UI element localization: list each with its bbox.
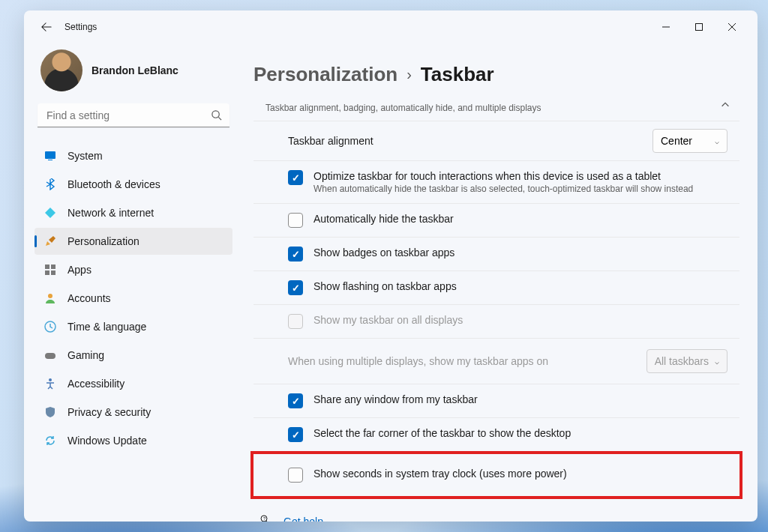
accessibility-icon: [44, 377, 57, 390]
close-icon: [728, 23, 736, 31]
sidebar-item-apps[interactable]: Apps: [34, 256, 232, 283]
check-icon: ✓: [292, 172, 300, 184]
gaming-icon: [44, 348, 57, 362]
nav-label: Accessibility: [68, 378, 124, 390]
optimize-touch-checkbox[interactable]: ✓: [288, 170, 303, 185]
svg-text:?: ?: [263, 516, 266, 521]
check-icon: ✓: [292, 396, 300, 407]
flashing-row: ✓ Show flashing on taskbar apps: [254, 270, 740, 304]
maximize-button[interactable]: [682, 16, 716, 38]
breadcrumb-current: Taskbar: [421, 63, 494, 86]
window-title: Settings: [64, 22, 97, 32]
svg-rect-9: [51, 270, 56, 275]
setting-label: When using multiple displays, show my ta…: [288, 355, 548, 367]
setting-label: Show flashing on taskbar apps: [314, 280, 457, 292]
highlight-annotation: Show seconds in system tray clock (uses …: [250, 451, 742, 499]
sidebar-item-update[interactable]: Windows Update: [34, 427, 232, 454]
svg-rect-1: [696, 24, 703, 31]
setting-label: Show badges on taskbar apps: [314, 247, 454, 259]
sidebar-item-privacy[interactable]: Privacy & security: [34, 399, 232, 426]
footer-links: ? Get help Give feedback: [260, 514, 740, 522]
maximize-icon: [695, 23, 703, 31]
setting-label: Automatically hide the taskbar: [314, 213, 454, 225]
section-subtitle: Taskbar alignment, badging, automaticall…: [266, 103, 728, 113]
svg-rect-4: [45, 151, 56, 159]
farcorner-checkbox[interactable]: ✓: [288, 427, 303, 442]
sidebar-item-time[interactable]: Time & language: [34, 313, 232, 340]
update-icon: [44, 434, 57, 447]
nav-label: Gaming: [68, 349, 104, 361]
nav-label: Network & internet: [68, 207, 154, 219]
search-input[interactable]: [38, 103, 230, 127]
sidebar-item-bluetooth[interactable]: Bluetooth & devices: [34, 171, 232, 198]
autohide-checkbox[interactable]: [288, 213, 303, 228]
setting-label: Share any window from my taskbar: [314, 393, 478, 405]
search-icon: [211, 109, 222, 124]
chevron-up-icon[interactable]: [720, 100, 730, 113]
taskbar-behaviors-header[interactable]: Taskbar alignment, badging, automaticall…: [254, 100, 740, 121]
shareany-checkbox[interactable]: ✓: [288, 393, 303, 408]
svg-rect-6: [45, 265, 50, 269]
chevron-down-icon: ⌵: [715, 357, 719, 366]
close-button[interactable]: [716, 16, 748, 38]
setting-hint: When automatically hide the taskbar is a…: [314, 184, 693, 194]
svg-point-10: [48, 294, 52, 298]
setting-label: Taskbar alignment: [288, 135, 374, 147]
flashing-checkbox[interactable]: ✓: [288, 280, 303, 295]
autohide-row: Automatically hide the taskbar: [254, 203, 740, 237]
sidebar-item-network[interactable]: Network & internet: [34, 199, 232, 226]
seconds-checkbox[interactable]: [288, 468, 303, 483]
sidebar-item-accessibility[interactable]: Accessibility: [34, 370, 232, 397]
setting-label: Optimize taskbar for touch interactions …: [314, 170, 693, 182]
farcorner-row: ✓ Select the far corner of the taskbar t…: [254, 417, 740, 447]
nav-label: System: [68, 150, 103, 162]
privacy-icon: [44, 405, 57, 419]
chevron-right-icon: ›: [406, 66, 412, 83]
multi-displays-row: When using multiple displays, show my ta…: [254, 338, 740, 384]
sidebar-item-accounts[interactable]: Accounts: [34, 285, 232, 312]
nav-label: Apps: [68, 264, 92, 276]
seconds-row: Show seconds in system tray clock (uses …: [254, 454, 740, 496]
svg-rect-12: [45, 353, 56, 359]
breadcrumb-parent[interactable]: Personalization: [254, 63, 398, 86]
setting-label: Show my taskbar on all displays: [314, 314, 463, 326]
sidebar: Brandon LeBlanc System Bluetooth & devic…: [24, 43, 242, 522]
titlebar: Settings: [24, 10, 758, 43]
minimize-icon: [662, 23, 670, 31]
settings-window: Settings Brandon LeBlanc System Bluetoot…: [24, 10, 758, 522]
setting-label: Select the far corner of the taskbar to …: [314, 427, 571, 439]
sidebar-item-personalization[interactable]: Personalization: [34, 228, 232, 255]
user-name: Brandon LeBlanc: [92, 64, 178, 76]
user-profile[interactable]: Brandon LeBlanc: [34, 43, 232, 103]
apps-icon: [44, 263, 57, 276]
bluetooth-icon: [44, 178, 57, 191]
get-help-link[interactable]: ? Get help: [260, 514, 740, 522]
accounts-icon: [44, 291, 57, 305]
check-icon: ✓: [292, 249, 300, 260]
main-content: Personalization › Taskbar Taskbar alignm…: [242, 43, 758, 522]
nav-label: Accounts: [68, 292, 111, 304]
nav-label: Privacy & security: [68, 406, 151, 418]
alldisplays-checkbox: [288, 314, 303, 329]
svg-point-2: [212, 111, 219, 118]
minimize-button[interactable]: [650, 16, 682, 38]
sidebar-item-gaming[interactable]: Gaming: [34, 342, 232, 369]
alignment-dropdown[interactable]: Center ⌵: [652, 129, 728, 153]
dropdown-value: All taskbars: [655, 355, 709, 367]
nav-label: Bluetooth & devices: [68, 178, 160, 190]
optimize-touch-row: ✓ Optimize taskbar for touch interaction…: [254, 160, 740, 203]
check-icon: ✓: [292, 282, 300, 294]
arrow-left-icon: [41, 22, 52, 32]
check-icon: ✓: [292, 429, 300, 441]
nav-label: Time & language: [68, 321, 146, 333]
sidebar-item-system[interactable]: System: [34, 142, 232, 169]
svg-rect-5: [48, 160, 52, 160]
link-label: Get help: [284, 516, 323, 522]
chevron-down-icon: ⌵: [715, 137, 719, 145]
multi-displays-dropdown: All taskbars ⌵: [646, 349, 728, 373]
nav-label: Personalization: [68, 235, 140, 247]
badges-checkbox[interactable]: ✓: [288, 247, 303, 262]
badges-row: ✓ Show badges on taskbar apps: [254, 237, 740, 270]
help-icon: ?: [260, 514, 273, 522]
back-button[interactable]: [33, 13, 60, 40]
